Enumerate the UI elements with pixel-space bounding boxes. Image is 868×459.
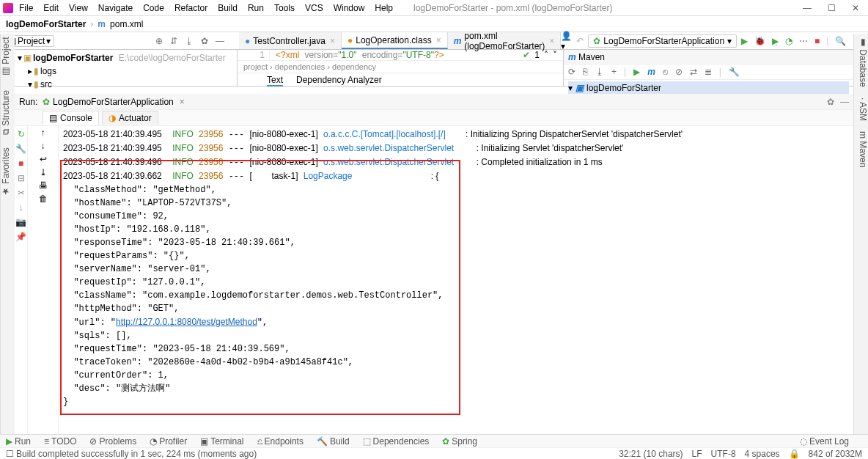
scroll-end-icon[interactable]: ⤓ xyxy=(40,167,47,177)
chevron-down-icon[interactable]: ▾ xyxy=(18,53,22,63)
menu-refactor[interactable]: Refactor xyxy=(174,3,207,13)
status-profiler[interactable]: ◔ Profiler xyxy=(150,436,187,447)
scroll-icon[interactable]: ↓ xyxy=(19,202,23,213)
line-sep[interactable]: LF xyxy=(692,449,702,459)
sub-tab-dependency[interactable]: Dependency Analyzer xyxy=(296,75,382,87)
close-tab-icon[interactable]: × xyxy=(436,35,441,45)
maven-root[interactable]: logDemoForStarter xyxy=(586,83,661,93)
search-icon[interactable]: 🔍 xyxy=(835,36,846,46)
menu-file[interactable]: File xyxy=(19,3,33,13)
status-build[interactable]: 🔨 Build xyxy=(317,436,350,447)
sub-tab-text[interactable]: Text xyxy=(267,75,283,87)
toggle-icon[interactable]: ⎋ xyxy=(663,67,668,77)
structure-tab[interactable]: ⧉ Structure xyxy=(1,90,15,135)
encoding[interactable]: UTF-8 xyxy=(711,449,736,459)
hide-icon[interactable]: — xyxy=(216,36,224,46)
hide-icon[interactable]: — xyxy=(840,97,849,107)
target-icon[interactable]: ⊕ xyxy=(155,36,163,46)
tab-actuator[interactable]: ◑Actuator xyxy=(102,111,158,125)
caret-pos[interactable]: 32:21 (10 chars) xyxy=(619,449,683,459)
close-icon[interactable]: ✕ xyxy=(852,3,859,13)
run-icon[interactable]: ▶ xyxy=(741,36,748,46)
status-problems[interactable]: ⊘ Problems xyxy=(89,436,136,447)
menu-code[interactable]: Code xyxy=(143,3,164,13)
skip-icon[interactable]: ⊘ xyxy=(675,67,683,77)
menu-run[interactable]: Run xyxy=(248,3,264,13)
minimize-icon[interactable]: — xyxy=(803,3,812,13)
status-spring[interactable]: ✿ Spring xyxy=(442,436,477,447)
run-config-selector[interactable]: ✿ LogDemoForStarterApplication ▾ xyxy=(588,34,737,48)
close-run-tab-icon[interactable]: × xyxy=(180,97,185,107)
menu-navigate[interactable]: Navigate xyxy=(98,3,133,13)
print-icon[interactable]: 🖶 xyxy=(39,180,48,191)
memory[interactable]: 842 of 2032M xyxy=(809,449,862,459)
gear-icon[interactable]: ✿ xyxy=(827,97,834,107)
warning-badge[interactable]: ✔ xyxy=(523,50,530,60)
stop-icon[interactable]: ■ xyxy=(18,158,23,169)
layout-icon[interactable]: ⊟ xyxy=(18,173,25,183)
menu-view[interactable]: View xyxy=(69,3,88,13)
tab-logoperation[interactable]: ● LogOperation.class × xyxy=(342,32,448,49)
download-icon[interactable]: ⭳ xyxy=(595,67,604,77)
asm-tab[interactable]: · ASM xyxy=(854,98,868,121)
chevron-down-icon[interactable]: ▾ xyxy=(28,79,32,89)
project-tab[interactable]: ▤ Project xyxy=(1,37,15,77)
menu-vcs[interactable]: VCS xyxy=(305,3,323,13)
console-output[interactable]: 2023-05-18 21:40:39.495 INFO 23956 --- [… xyxy=(59,126,853,434)
tab-pom[interactable]: m pom.xml (logDemoForStarter) × xyxy=(448,32,562,49)
status-run[interactable]: ▶Run xyxy=(6,436,31,447)
rerun-icon[interactable]: ↻ xyxy=(18,129,25,139)
project-tree[interactable]: ▾▣logDemoForStarter E:\code\logDemoForSt… xyxy=(15,50,238,86)
database-tab[interactable]: ▮ Database xyxy=(854,37,868,87)
stop-icon[interactable]: ■ xyxy=(814,36,820,46)
maven-side-tab[interactable]: m Maven xyxy=(854,131,868,167)
tool-icon[interactable]: 🔧 xyxy=(15,144,26,154)
close-tab-icon[interactable]: × xyxy=(549,36,554,46)
tab-testcontroller[interactable]: ● TestController.java × xyxy=(239,32,342,49)
down-icon[interactable]: ˅ xyxy=(553,50,557,60)
tree-item[interactable]: logs xyxy=(40,66,56,76)
favorites-tab[interactable]: ★ Favorites xyxy=(1,148,15,197)
run-icon[interactable]: ▶ xyxy=(633,67,640,77)
gear-icon[interactable]: ✿ xyxy=(201,36,208,46)
chevron-right-icon[interactable]: ▸ xyxy=(28,66,32,76)
m-icon[interactable]: m xyxy=(647,67,655,77)
breadcrumb-file[interactable]: pom.xml xyxy=(110,19,143,29)
pin2-icon[interactable]: 📌 xyxy=(15,232,26,242)
clear-icon[interactable]: 🗑 xyxy=(39,194,48,204)
event-log[interactable]: ◌ Event Log xyxy=(800,436,849,447)
status-endpoints[interactable]: ⎌ Endpoints xyxy=(257,436,304,447)
up-arrow-icon[interactable]: ↑ xyxy=(41,128,45,138)
offline-icon[interactable]: ⇄ xyxy=(690,67,697,77)
attach-icon[interactable]: ⋯ xyxy=(799,36,808,46)
debug-icon[interactable]: 🐞 xyxy=(754,36,765,46)
wrap-icon[interactable]: ↩ xyxy=(40,154,47,164)
tab-console[interactable]: ▤Console xyxy=(43,111,99,125)
tree-item[interactable]: src xyxy=(40,79,52,89)
menu-tools[interactable]: Tools xyxy=(274,3,295,13)
maximize-icon[interactable]: ☐ xyxy=(828,3,836,13)
status-todo[interactable]: ≡ TODO xyxy=(44,436,76,447)
back-icon[interactable]: ↶ xyxy=(576,36,584,46)
menu-build[interactable]: Build xyxy=(218,3,238,13)
close-tab-icon[interactable]: × xyxy=(330,36,335,46)
project-root[interactable]: logDemoForStarter xyxy=(33,53,113,63)
dump-icon[interactable]: 📷 xyxy=(15,217,26,227)
pin-icon[interactable]: ✂ xyxy=(18,188,25,198)
menu-window[interactable]: Window xyxy=(334,3,365,13)
editor-line[interactable]: <?xml version="1.0" encoding="UTF-8"?> xyxy=(270,50,444,60)
refresh-icon[interactable]: ⟳ xyxy=(568,67,575,77)
build-icon[interactable]: ⎘ xyxy=(583,67,588,77)
menu-help[interactable]: Help xyxy=(375,3,393,13)
menu-edit[interactable]: Edit xyxy=(43,3,59,13)
lock-icon[interactable]: 🔒 xyxy=(789,449,800,459)
user-icon[interactable]: 👤▾ xyxy=(561,31,572,51)
editor-breadcrumb[interactable]: project › dependencies › dependency xyxy=(238,61,563,73)
down-arrow-icon[interactable]: ↓ xyxy=(41,141,45,151)
wrench-icon[interactable]: 🔧 xyxy=(729,67,740,77)
profile-icon[interactable]: ◔ xyxy=(785,36,792,46)
coverage-icon[interactable]: ▶̣ xyxy=(772,36,779,46)
collapse-icon[interactable]: ⭳ xyxy=(185,36,194,46)
add-icon[interactable]: + xyxy=(611,67,617,77)
collapse-icon[interactable]: ≣ xyxy=(705,67,712,77)
